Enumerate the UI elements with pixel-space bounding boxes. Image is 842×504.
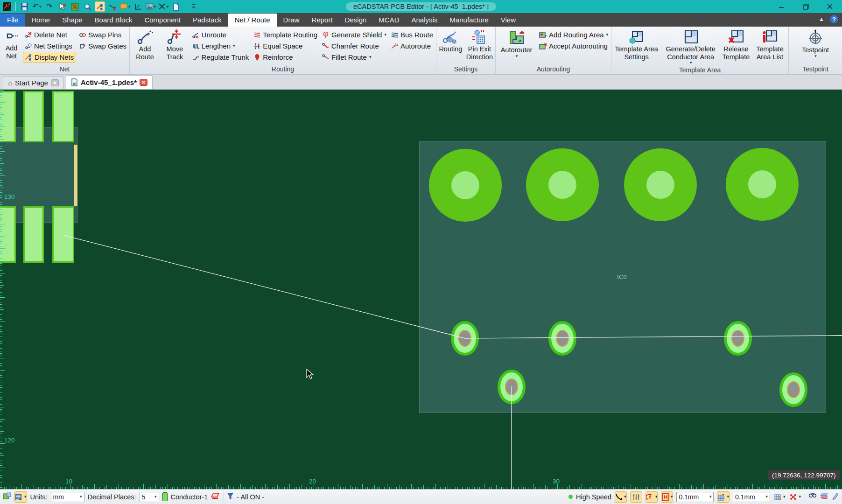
tab-analysis[interactable]: Analysis — [406, 14, 444, 27]
coordinate-origin-icon[interactable] — [133, 1, 143, 12]
tab-home[interactable]: Home — [25, 14, 56, 27]
layer-stack-icon[interactable] — [820, 492, 828, 501]
redo-icon[interactable]: ↷ — [44, 1, 55, 12]
testpoint-button[interactable]: Testpoint ▾ — [797, 28, 834, 59]
close-tab-icon[interactable]: ✕ — [51, 79, 59, 86]
unroute-button[interactable]: Unroute — [190, 29, 251, 40]
hug-mode-button[interactable]: ▾ — [661, 491, 673, 503]
save-icon[interactable] — [19, 1, 29, 12]
via[interactable] — [779, 372, 807, 407]
smd-pad[interactable] — [52, 206, 74, 263]
release-template-button[interactable]: Release Template — [721, 28, 751, 62]
routing-settings-button[interactable]: Routing — [437, 28, 464, 54]
sheet-image-icon[interactable]: ▾ — [146, 1, 156, 12]
active-layer-label[interactable]: Conductor-1 — [171, 493, 208, 501]
fillet-route-button[interactable]: Fillet Route ▾ — [320, 52, 388, 63]
through-hole-pad[interactable] — [624, 148, 697, 221]
board-icon[interactable] — [3, 492, 11, 501]
reinforce-button[interactable]: Reinforce — [252, 52, 319, 63]
add-routing-area-button[interactable]: Add Routing Area ▾ — [537, 29, 610, 40]
app-icon[interactable] — [2, 1, 12, 12]
grid-size-select[interactable]: 0.1mm ▾ — [676, 492, 714, 502]
smd-pad[interactable] — [0, 206, 16, 263]
bus-route-button[interactable]: Bus Route — [389, 29, 435, 40]
template-routing-button[interactable]: Template Routing — [252, 29, 319, 40]
pcb-canvas[interactable]: IC0 10 20 30 130 120 (19.72636, 122.9970… — [0, 90, 842, 489]
through-hole-pad[interactable] — [429, 149, 502, 222]
chamfer-route-button[interactable]: Chamfer Route — [320, 41, 388, 51]
active-layer-swatch[interactable] — [162, 492, 168, 501]
tab-draw[interactable]: Draw — [277, 14, 306, 27]
panel-list-button[interactable]: ▾ — [14, 491, 27, 503]
tab-start-page[interactable]: ⌂ Start Page ✕ — [3, 76, 64, 89]
smd-pad[interactable] — [52, 91, 74, 142]
qat-more-icon[interactable] — [189, 1, 199, 12]
tab-board-block[interactable]: Board Block — [89, 14, 139, 27]
zoom-icon[interactable] — [82, 1, 92, 12]
delete-route-icon[interactable] — [107, 1, 118, 12]
units-select[interactable]: mm ▾ — [51, 492, 84, 502]
edit-properties-icon[interactable] — [832, 492, 839, 501]
through-hole-pad[interactable] — [526, 148, 599, 221]
decimal-places-select[interactable]: 5 ▾ — [140, 492, 159, 502]
generate-shield-button[interactable]: Generate Shield ▾ — [320, 29, 388, 40]
comment-icon[interactable]: ▾ — [120, 1, 131, 12]
tab-component[interactable]: Component — [138, 14, 187, 27]
via[interactable] — [451, 321, 479, 356]
probe-tool-button[interactable]: ▾ — [615, 491, 627, 503]
tab-net-route[interactable]: Net / Route — [228, 14, 277, 27]
collapse-ribbon-icon[interactable]: ▲ — [819, 16, 824, 22]
pattern-tool-button[interactable] — [630, 491, 642, 503]
tab-view[interactable]: View — [495, 14, 522, 27]
display-nets-toggle-icon[interactable] — [95, 1, 105, 12]
tab-file[interactable]: File — [0, 14, 25, 27]
accept-autorouting-button[interactable]: Accept Autorouting — [537, 41, 610, 51]
filter-icon[interactable] — [227, 493, 233, 501]
help-icon[interactable]: ? — [830, 15, 838, 23]
tools-icon[interactable]: ▾ — [158, 1, 169, 12]
smd-pad[interactable] — [23, 91, 44, 142]
filter-state-label[interactable]: - All ON - — [237, 493, 264, 501]
smd-pad[interactable] — [23, 206, 44, 263]
tab-report[interactable]: Report — [306, 14, 339, 27]
template-area-settings-button[interactable]: Template Area Settings — [612, 28, 660, 62]
restore-button[interactable] — [793, 0, 818, 13]
tab-shape[interactable]: Shape — [56, 14, 88, 27]
tab-padstack[interactable]: Padstack — [187, 14, 228, 27]
swap-gates-button[interactable]: Swap Gates — [77, 41, 128, 51]
regulate-trunk-button[interactable]: Regulate Trunk — [190, 52, 251, 63]
tab-design[interactable]: Design — [339, 14, 373, 27]
tab-mcad[interactable]: MCAD — [372, 14, 405, 27]
move-track-button[interactable]: Move Track — [160, 28, 189, 62]
tab-manufacture[interactable]: Manufacture — [443, 14, 494, 27]
delete-net-button[interactable]: Delete Net — [23, 29, 76, 40]
document-generate-icon[interactable] — [171, 1, 182, 12]
template-area-list-button[interactable]: Template Area List — [752, 28, 787, 62]
pin-exit-direction-button[interactable]: Pin Exit Direction — [465, 28, 494, 62]
display-nets-button[interactable]: Display Nets — [23, 52, 76, 63]
close-button[interactable] — [818, 0, 842, 13]
tab-active-document[interactable]: Activ-45_1.pdes* ✕ — [66, 75, 153, 89]
select-mode-icon[interactable] — [57, 1, 67, 12]
autorouter-button[interactable]: Autorouter ▾ — [497, 28, 536, 59]
swap-pins-button[interactable]: Swap Pins — [77, 29, 128, 40]
move-mode-button[interactable]: ▾ — [789, 491, 801, 503]
close-tab-icon[interactable]: ✕ — [140, 79, 147, 86]
through-hole-pad[interactable] — [726, 148, 799, 221]
lengthen-button[interactable]: Lengthen ▾ — [190, 41, 251, 51]
find-icon[interactable] — [808, 492, 817, 501]
grid-snap-button[interactable]: ▾ — [717, 491, 730, 503]
fit-view-icon[interactable] — [70, 1, 80, 12]
layer-sheet-icon[interactable] — [211, 492, 220, 502]
via[interactable] — [548, 321, 576, 356]
via[interactable] — [498, 370, 526, 404]
add-net-button[interactable]: Add Net — [1, 28, 22, 61]
minimize-button[interactable] — [769, 0, 793, 13]
grid-display-button[interactable]: ▾ — [773, 491, 786, 503]
autoroute-button[interactable]: Autoroute — [389, 41, 435, 51]
generate-delete-conductor-area-button[interactable]: Generate/Delete Conductor Area ▾ — [661, 28, 720, 66]
via[interactable] — [724, 321, 752, 356]
smd-pad[interactable] — [0, 91, 16, 142]
loop-mode-button[interactable]: D ▾ — [646, 491, 658, 503]
undo-icon[interactable]: ↶▾ — [32, 1, 42, 12]
